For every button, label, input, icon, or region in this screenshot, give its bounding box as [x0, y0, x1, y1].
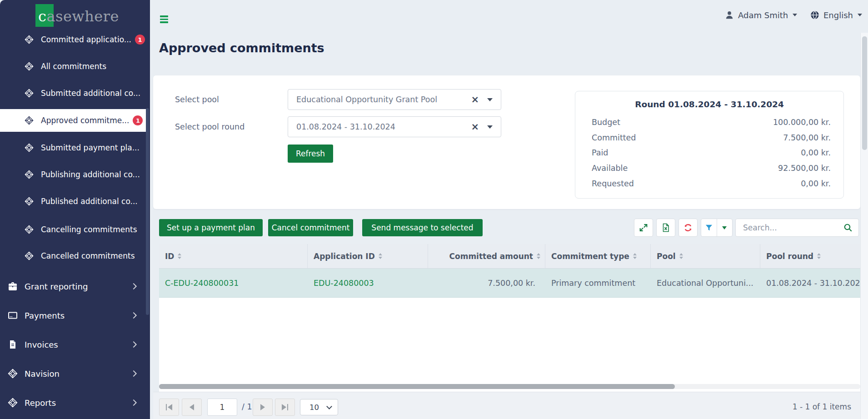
sidebar-item-approved-commitments[interactable]: Approved commitme... 1 [0, 109, 147, 132]
commitments-icon [24, 88, 34, 98]
sidebar-item-label: Cancelling commitments [41, 225, 137, 234]
export-excel-button[interactable] [656, 219, 675, 237]
search-box [735, 219, 859, 237]
refresh-button[interactable]: Refresh [288, 145, 333, 163]
sort-icon [817, 253, 821, 259]
column-header-committed-amount[interactable]: Committed amount [428, 244, 545, 268]
sort-icon [178, 253, 181, 259]
prev-page-icon [190, 404, 194, 410]
cell-committed-amount: 7.500,00 kr. [428, 269, 545, 297]
next-page-icon [260, 404, 265, 410]
sidebar-group-invoices[interactable]: Invoices [0, 332, 147, 357]
sidebar-group-label: Grant reporting [25, 282, 88, 291]
summary-row-paid: Paid 0,00 kr. [592, 147, 831, 159]
filter-icon[interactable] [701, 219, 717, 236]
column-header-commitment-type[interactable]: Commitment type [545, 244, 651, 268]
pool-round-select[interactable]: 01.08.2024 - 31.10.2024 × [288, 116, 501, 137]
expand-button[interactable] [634, 219, 653, 237]
count-badge: 1 [133, 115, 143, 125]
table-header-row: ID Application ID Committed amount Commi… [159, 244, 860, 269]
next-page-button[interactable] [253, 399, 273, 416]
vertical-scrollbar-thumb[interactable] [862, 36, 867, 150]
commitment-id-link[interactable]: C-EDU-240800031 [165, 279, 239, 288]
column-header-application-id[interactable]: Application ID [308, 244, 428, 268]
page-size-select[interactable]: 10 [300, 399, 338, 415]
reload-grid-button[interactable] [678, 219, 698, 237]
commitments-table: ID Application ID Committed amount Commi… [159, 244, 860, 392]
summary-row-committed: Committed 7.500,00 kr. [592, 132, 831, 144]
application-id-link[interactable]: EDU-24080003 [314, 279, 374, 288]
summary-value: 100.000,00 kr. [773, 118, 831, 127]
send-message-button[interactable]: Send message to selected [362, 219, 483, 236]
commitments-icon [24, 196, 34, 206]
summary-value: 92.500,00 kr. [778, 164, 831, 173]
user-menu[interactable]: Adam Smith [724, 10, 797, 20]
sidebar-item-submitted-additional[interactable]: Submitted additional co... [0, 82, 147, 105]
sidebar-group-label: Reports [25, 398, 56, 408]
sidebar-group-label: Invoices [25, 340, 58, 349]
summary-label: Available [592, 164, 628, 173]
sidebar-item-published-additional[interactable]: Published additional co... [0, 190, 147, 213]
commitments-icon [24, 61, 34, 71]
search-icon[interactable] [843, 223, 853, 233]
first-page-button[interactable] [159, 399, 179, 416]
sidebar-item-label: Submitted payment pla... [41, 143, 140, 152]
sidebar-item-committed-applications[interactable]: Committed applicatio... 1 [0, 28, 147, 51]
caret-down-icon[interactable] [487, 125, 493, 129]
sidebar-item-cancelling-commitments[interactable]: Cancelling commitments [0, 218, 147, 241]
credit-card-icon [7, 310, 18, 321]
page-size-value: 10 [309, 403, 327, 412]
first-page-icon [168, 404, 172, 410]
sidebar-scrollbar[interactable] [146, 108, 149, 315]
horizontal-scrollbar-thumb[interactable] [159, 384, 675, 389]
sidebar-group-label: Payments [25, 311, 65, 320]
page-count-label: / 1 [242, 402, 252, 411]
pool-round-select-value: 01.08.2024 - 31.10.2024 [296, 122, 471, 131]
round-summary-panel: Round 01.08.2024 - 31.10.2024 Budget 100… [575, 91, 844, 199]
clear-icon[interactable]: × [471, 122, 479, 132]
chevron-right-icon [130, 399, 137, 406]
filter-menu-caret[interactable] [717, 219, 733, 236]
pool-select-value: Educational Opportunity Grant Pool [296, 95, 471, 104]
chevron-right-icon [130, 370, 137, 377]
language-menu[interactable]: English [810, 10, 862, 20]
brand-logo-text: casewhere [38, 8, 119, 25]
caret-down-icon [858, 14, 862, 16]
sidebar-group-navision[interactable]: Navision [0, 361, 147, 386]
chevron-right-icon [130, 341, 137, 348]
menu-icon[interactable] [160, 15, 168, 24]
summary-label: Requested [592, 179, 634, 188]
summary-value: 0,00 kr. [801, 179, 831, 188]
column-header-pool[interactable]: Pool [651, 244, 760, 268]
sidebar-item-cancelled-commitments[interactable]: Cancelled commitments [0, 244, 147, 267]
vertical-scrollbar[interactable] [860, 33, 868, 419]
caret-down-icon[interactable] [487, 98, 493, 101]
column-header-pool-round[interactable]: Pool round [760, 244, 860, 268]
last-page-button[interactable] [275, 399, 295, 416]
sidebar-group-grant-reporting[interactable]: Grant reporting [0, 274, 147, 299]
sidebar-item-publishing-additional[interactable]: Publishing additional co... [0, 163, 147, 186]
pool-select[interactable]: Educational Opportunity Grant Pool × [288, 89, 501, 110]
cancel-commitment-button[interactable]: Cancel commitment [268, 219, 353, 236]
commitments-icon [24, 170, 34, 180]
sidebar-group-reports[interactable]: Reports [0, 390, 147, 415]
search-input[interactable] [743, 223, 843, 232]
sidebar-item-submitted-payment-plans[interactable]: Submitted payment pla... [0, 136, 147, 159]
reload-icon [683, 223, 693, 233]
table-row[interactable]: C-EDU-240800031 EDU-24080003 7.500,00 kr… [159, 269, 860, 298]
sidebar: casewhere Committed applicatio... 1 All … [0, 0, 150, 419]
chevron-down-icon [326, 404, 332, 409]
brand-logo[interactable]: casewhere [0, 0, 150, 29]
page-number-input[interactable] [207, 399, 237, 416]
prev-page-button[interactable] [182, 399, 202, 416]
language-label: English [823, 10, 853, 20]
setup-payment-plan-button[interactable]: Set up a payment plan [159, 219, 263, 236]
clear-icon[interactable]: × [471, 95, 479, 105]
sidebar-group-payments[interactable]: Payments [0, 303, 147, 328]
cell-application-id: EDU-24080003 [308, 269, 428, 297]
horizontal-scrollbar[interactable] [159, 384, 860, 389]
column-header-id[interactable]: ID [159, 244, 308, 268]
sidebar-item-all-commitments[interactable]: All commitments [0, 55, 147, 78]
count-badge: 1 [135, 35, 145, 45]
filter-button[interactable] [701, 219, 733, 237]
